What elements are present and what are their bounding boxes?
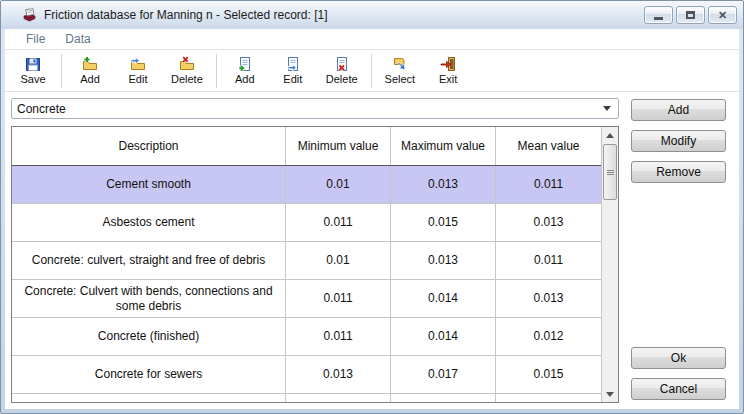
record-add-icon [237, 56, 253, 72]
select-icon [392, 56, 408, 72]
folder-delete-icon [179, 56, 195, 72]
toolbar-edit-record-button[interactable]: Edit [269, 51, 317, 91]
category-dropdown[interactable]: Concrete [11, 98, 619, 119]
table-cell-min: 0.011 [286, 280, 391, 317]
table-body: Cement smooth0.010.0130.011Asbestos ceme… [12, 166, 601, 394]
table-cell-max: 0.013 [391, 166, 496, 203]
record-edit-icon [285, 56, 301, 72]
app-window: Friction database for Manning n - Select… [0, 0, 744, 414]
table-cell-max: 0.014 [391, 318, 496, 355]
remove-button[interactable]: Remove [631, 161, 726, 183]
table-cell-mean: 0.012 [496, 318, 601, 355]
vertical-scrollbar[interactable] [601, 127, 618, 402]
scroll-down-button[interactable] [602, 386, 618, 402]
table-row-partial [12, 394, 601, 402]
table-cell-description: Asbestos cement [12, 204, 286, 241]
table-cell-description: Concrete: Culvert with bends, connection… [12, 280, 286, 317]
scroll-up-button[interactable] [602, 127, 618, 143]
table-cell-mean: 0.013 [496, 280, 601, 317]
column-header-minimum: Minimum value [286, 127, 391, 165]
close-icon: ✕ [718, 10, 727, 21]
table-cell-mean: 0.011 [496, 242, 601, 279]
content-area: Concrete Description Minimum value Maxim… [5, 91, 739, 409]
table-cell-max: 0.015 [391, 204, 496, 241]
table-row-selected[interactable]: Cement smooth0.010.0130.011 [12, 166, 601, 204]
app-icon [21, 7, 38, 23]
column-header-description: Description [12, 127, 286, 165]
save-icon [25, 56, 41, 72]
table-cell-description: Concrete: culvert, straight and free of … [12, 242, 286, 279]
add-button[interactable]: Add [631, 99, 726, 121]
exit-icon [440, 56, 456, 72]
column-header-maximum: Maximum value [391, 127, 496, 165]
table-cell-max: 0.014 [391, 280, 496, 317]
table-cell-mean: 0.011 [496, 166, 601, 203]
table-row[interactable]: Concrete: Culvert with bends, connection… [12, 280, 601, 318]
table-cell-min: 0.013 [286, 356, 391, 393]
minimize-button[interactable] [644, 6, 673, 24]
table-header: Description Minimum value Maximum value … [12, 127, 601, 166]
toolbar-exit-button[interactable]: Exit [424, 51, 472, 91]
category-selected-value: Concrete [12, 102, 603, 116]
toolbar-select-button[interactable]: Select [376, 51, 425, 91]
client-area: File Data Save Add [5, 29, 739, 409]
table-cell-description: Cement smooth [12, 166, 286, 203]
toolbar: Save Add Edit [5, 50, 739, 92]
table-row[interactable]: Concrete for sewers0.0130.0170.015 [12, 356, 601, 394]
table-row[interactable]: Asbestos cement0.0110.0150.013 [12, 204, 601, 242]
menu-data[interactable]: Data [65, 32, 90, 46]
table-cell-description: Concrete (finished) [12, 318, 286, 355]
toolbar-separator [61, 54, 62, 88]
arrow-down-icon [606, 392, 614, 397]
toolbar-separator [371, 54, 372, 88]
chevron-down-icon [603, 106, 611, 111]
modify-button[interactable]: Modify [631, 130, 726, 152]
menu-bar: File Data [5, 29, 739, 50]
minimize-icon [654, 17, 663, 20]
toolbar-add-category-button[interactable]: Add [66, 51, 114, 91]
friction-table: Description Minimum value Maximum value … [11, 126, 619, 403]
toolbar-add-record-button[interactable]: Add [221, 51, 269, 91]
folder-add-icon [82, 56, 98, 72]
ok-button[interactable]: Ok [631, 347, 726, 369]
folder-edit-icon [130, 56, 146, 72]
column-header-mean: Mean value [496, 127, 601, 165]
table-row[interactable]: Concrete (finished)0.0110.0140.012 [12, 318, 601, 356]
toolbar-delete-record-button[interactable]: Delete [317, 51, 367, 91]
toolbar-separator [216, 54, 217, 88]
table-cell-min: 0.01 [286, 166, 391, 203]
maximize-icon [686, 11, 695, 19]
record-delete-icon [334, 56, 350, 72]
scrollbar-thumb[interactable] [603, 144, 617, 200]
table-cell-mean: 0.013 [496, 204, 601, 241]
table-cell-min: 0.011 [286, 318, 391, 355]
toolbar-edit-category-button[interactable]: Edit [114, 51, 162, 91]
table-row[interactable]: Concrete: culvert, straight and free of … [12, 242, 601, 280]
table-cell-min: 0.011 [286, 204, 391, 241]
arrow-up-icon [606, 133, 614, 138]
table-cell-max: 0.017 [391, 356, 496, 393]
menu-file[interactable]: File [26, 32, 45, 46]
toolbar-delete-category-button[interactable]: Delete [162, 51, 212, 91]
table-cell-mean: 0.015 [496, 356, 601, 393]
close-button[interactable]: ✕ [708, 6, 737, 24]
table-cell-max: 0.013 [391, 242, 496, 279]
maximize-button[interactable] [676, 6, 705, 24]
cancel-button[interactable]: Cancel [631, 378, 726, 400]
table-cell-min: 0.01 [286, 242, 391, 279]
title-bar[interactable]: Friction database for Manning n - Select… [1, 1, 743, 29]
toolbar-save-button[interactable]: Save [9, 51, 57, 91]
window-title: Friction database for Manning n - Select… [44, 8, 644, 22]
table-cell-description: Concrete for sewers [12, 356, 286, 393]
